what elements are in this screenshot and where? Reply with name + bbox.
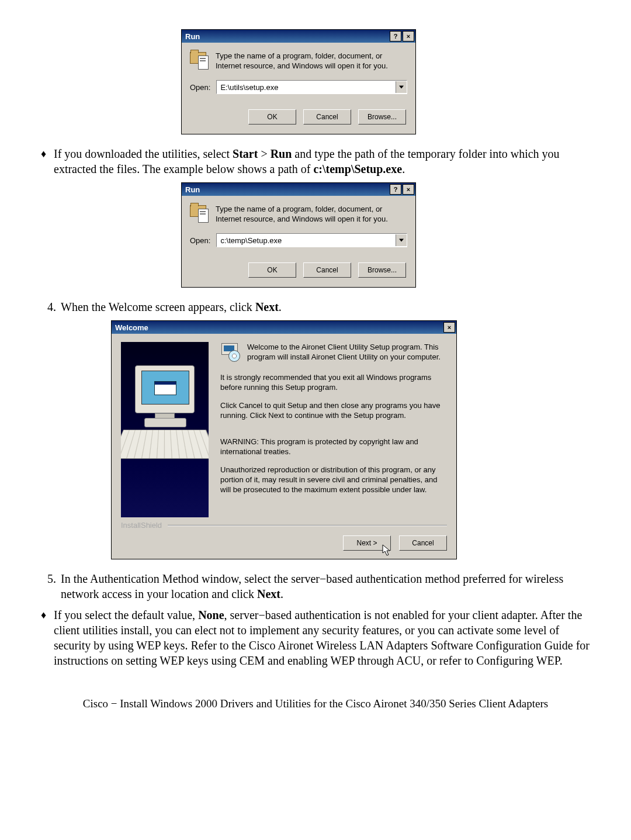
welcome-paragraph: WARNING: This program is protected by co…	[220, 437, 447, 457]
bullet-item-none: ♦ If you select the default value, None,…	[41, 607, 590, 668]
open-label: Open:	[190, 236, 210, 245]
text: In the Authentication Method window, sel…	[61, 572, 563, 600]
cancel-button[interactable]: Cancel	[303, 109, 351, 125]
welcome-paragraph: It is strongly recommended that you exit…	[220, 372, 447, 392]
run-dialog-title: Run	[185, 185, 389, 194]
text: When the Welcome screen appears, click	[61, 300, 255, 313]
bullet-item-download: ♦ If you downloaded the utilities, selec…	[41, 146, 590, 177]
open-input[interactable]: E:\utils\setup.exe	[216, 80, 407, 94]
text: >	[258, 147, 270, 160]
next-button[interactable]: Next >	[343, 535, 391, 551]
open-input-value: E:\utils\setup.exe	[217, 83, 396, 92]
chevron-down-icon[interactable]	[396, 81, 407, 93]
cancel-button[interactable]: Cancel	[399, 535, 447, 551]
text-bold: None	[198, 609, 224, 621]
text: .	[279, 300, 282, 313]
text-bold: c:\temp\Setup.exe	[313, 163, 402, 175]
welcome-title: Welcome	[115, 323, 442, 332]
close-icon[interactable]: ×	[443, 322, 455, 333]
run-dialog-title: Run	[185, 32, 389, 41]
installer-artwork	[121, 342, 209, 517]
run-dialog-2: Run ? × Type the name of a program, fold…	[181, 182, 416, 288]
browse-button[interactable]: Browse...	[358, 262, 406, 278]
ok-button[interactable]: OK	[248, 109, 296, 125]
text-bold: Start	[233, 147, 258, 160]
installshield-brand: InstallShield	[121, 521, 162, 530]
help-icon[interactable]: ?	[390, 31, 401, 42]
text: If you select the default value,	[54, 609, 198, 621]
welcome-header-text: Welcome to the Aironet Client Utility Se…	[247, 342, 447, 362]
run-message: Type the name of a program, folder, docu…	[216, 204, 407, 224]
text: .	[402, 163, 405, 175]
step-number: 4.	[41, 299, 56, 314]
setup-icon	[220, 342, 240, 362]
open-input[interactable]: c:\temp\Setup.exe	[216, 233, 407, 247]
open-input-value: c:\temp\Setup.exe	[217, 236, 396, 245]
text: .	[280, 587, 283, 600]
separator	[168, 525, 447, 526]
button-label: Next >	[356, 539, 377, 547]
step-5: 5. In the Authentication Method window, …	[41, 571, 590, 602]
text-bold: Next	[255, 300, 279, 313]
welcome-dialog: Welcome × Welcome to the Aironet Client …	[111, 320, 457, 559]
page-footer: Cisco − Install Windows 2000 Drivers and…	[41, 697, 590, 710]
open-label: Open:	[190, 83, 210, 92]
run-dialog-titlebar: Run ? ×	[182, 183, 415, 196]
cursor-icon	[382, 544, 391, 556]
step-number: 5.	[41, 571, 56, 586]
run-dialog-1: Run ? × Type the name of a program, fold…	[181, 29, 416, 134]
step-4: 4. When the Welcome screen appears, clic…	[41, 299, 590, 314]
browse-button[interactable]: Browse...	[358, 109, 406, 125]
welcome-titlebar: Welcome ×	[112, 321, 456, 334]
close-icon[interactable]: ×	[403, 31, 414, 42]
help-icon[interactable]: ?	[390, 184, 401, 195]
chevron-down-icon[interactable]	[396, 234, 407, 246]
text-bold: Run	[271, 147, 292, 160]
run-message: Type the name of a program, folder, docu…	[216, 51, 407, 71]
run-program-icon	[190, 204, 209, 223]
run-program-icon	[190, 51, 209, 70]
bullet-marker-icon: ♦	[41, 146, 54, 161]
text-bold: Next	[257, 587, 280, 600]
ok-button[interactable]: OK	[248, 262, 296, 278]
close-icon[interactable]: ×	[403, 184, 414, 195]
run-dialog-titlebar: Run ? ×	[182, 30, 415, 43]
text: If you downloaded the utilities, select	[54, 147, 233, 160]
cancel-button[interactable]: Cancel	[303, 262, 351, 278]
bullet-marker-icon: ♦	[41, 607, 54, 623]
welcome-paragraph: Unauthorized reproduction or distributio…	[220, 465, 447, 495]
welcome-paragraph: Click Cancel to quit Setup and then clos…	[220, 400, 447, 420]
